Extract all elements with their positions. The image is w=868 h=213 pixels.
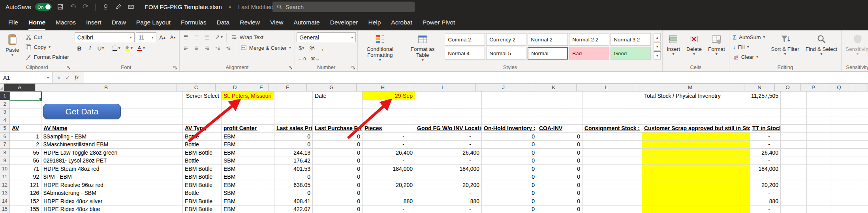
- cell-L2[interactable]: [582, 100, 642, 108]
- cell-O11[interactable]: [781, 173, 807, 181]
- row-header-7[interactable]: 7: [0, 141, 10, 149]
- cell-N1[interactable]: 11,257,505: [750, 92, 781, 100]
- format-painter-button[interactable]: Format Painter: [23, 52, 71, 62]
- insert-function-button[interactable]: fx: [75, 74, 79, 81]
- increase-font-size-button[interactable]: A▴: [158, 33, 167, 42]
- cell-K8[interactable]: 0: [537, 149, 582, 157]
- cell-C5[interactable]: AV Type: [183, 125, 222, 133]
- cell-I14[interactable]: 880: [415, 197, 482, 206]
- enter-icon[interactable]: ✓: [65, 75, 70, 81]
- cell-I10[interactable]: 184,000: [415, 165, 482, 173]
- cell-J2[interactable]: [482, 100, 537, 108]
- cut-button[interactable]: Cut: [23, 32, 71, 42]
- cell-H11[interactable]: -: [363, 173, 415, 181]
- cell-L9[interactable]: [582, 157, 642, 165]
- cell-J1[interactable]: [482, 92, 537, 100]
- cell-C9[interactable]: Bottle: [183, 157, 222, 165]
- cell-P5[interactable]: [807, 125, 832, 133]
- cell-E7[interactable]: [260, 141, 274, 149]
- align-middle-button[interactable]: [192, 32, 201, 42]
- cell-K7[interactable]: 0: [537, 141, 582, 149]
- cell-style-currency-2[interactable]: Currency 2: [486, 33, 526, 46]
- cell-F11[interactable]: 0: [274, 173, 313, 181]
- cell-L1[interactable]: [582, 92, 642, 100]
- cell-N13[interactable]: -: [750, 189, 781, 198]
- cell-B7[interactable]: $Maschinenstillstand EBM: [41, 141, 183, 149]
- fill-color-button[interactable]: ▾: [123, 43, 134, 53]
- cell-N3[interactable]: [750, 108, 781, 117]
- cell-M3[interactable]: [642, 108, 750, 117]
- cell-G11[interactable]: 0: [313, 173, 363, 181]
- gallery-more-button[interactable]: ▾: [654, 51, 661, 60]
- cell-A10[interactable]: 71: [10, 165, 41, 173]
- cell-J6[interactable]: 0: [482, 133, 537, 141]
- cell-H14[interactable]: 880: [363, 197, 415, 206]
- cell-O2[interactable]: [781, 100, 807, 108]
- cell-B15[interactable]: HDPE Ridex 48oz blue: [41, 206, 183, 213]
- tab-data[interactable]: Data: [211, 14, 235, 30]
- cell-O4[interactable]: [781, 116, 807, 125]
- cell-H8[interactable]: 26,400: [363, 149, 415, 157]
- font-color-button[interactable]: A ▾: [135, 43, 146, 53]
- cell-F15[interactable]: 422.07: [274, 206, 313, 213]
- italic-button[interactable]: I: [85, 43, 95, 53]
- borders-button[interactable]: ▾: [111, 43, 122, 53]
- column-header-L[interactable]: L: [577, 84, 636, 92]
- cell-G6[interactable]: 0: [313, 133, 363, 141]
- cell-L7[interactable]: [582, 141, 642, 149]
- dialog-launcher-icon[interactable]: [288, 65, 293, 70]
- cell-I13[interactable]: -: [415, 189, 482, 198]
- font-size-select[interactable]: 11▾: [136, 32, 156, 42]
- cell-G9[interactable]: 0: [313, 157, 363, 165]
- cell-D4[interactable]: [222, 116, 260, 125]
- cell-O5[interactable]: [781, 125, 807, 133]
- fill-button[interactable]: ↓Fill▾: [731, 42, 767, 52]
- pen-icon[interactable]: [114, 3, 122, 11]
- cell-N9[interactable]: -: [750, 157, 781, 165]
- cell-I12[interactable]: 20,200: [415, 181, 482, 189]
- cell-D13[interactable]: SBM: [222, 189, 260, 198]
- cell-Q9[interactable]: [832, 157, 858, 165]
- cell-D12[interactable]: EBM: [222, 181, 260, 189]
- cell-B10[interactable]: HDPE Steam 48oz red: [41, 165, 183, 173]
- cell-M11[interactable]: [642, 173, 750, 181]
- decrease-decimal-button[interactable]: .00→: [308, 54, 321, 64]
- cell-A1[interactable]: [10, 92, 41, 100]
- cell-E13[interactable]: [260, 189, 274, 198]
- cell-D11[interactable]: EBM: [222, 173, 260, 181]
- cell-P9[interactable]: [807, 157, 832, 165]
- column-header-C[interactable]: C: [177, 84, 216, 92]
- cell-style-normal-2-2[interactable]: Normal 2 2: [569, 33, 609, 46]
- tab-formulas[interactable]: Formulas: [176, 14, 212, 30]
- cell-A13[interactable]: 126: [10, 189, 41, 198]
- cell-O7[interactable]: [781, 141, 807, 149]
- tab-file[interactable]: File: [3, 14, 23, 30]
- tab-review[interactable]: Review: [235, 14, 265, 30]
- cell-C7[interactable]: Bottle: [183, 141, 222, 149]
- find-select-button[interactable]: Find & Select ▾: [803, 32, 840, 56]
- cell-C6[interactable]: Bottle: [183, 133, 222, 141]
- cell-M7[interactable]: [642, 141, 750, 149]
- cell-L10[interactable]: [582, 165, 642, 173]
- row-header-9[interactable]: 9: [0, 157, 10, 165]
- cell-P2[interactable]: [807, 100, 832, 108]
- row-header-6[interactable]: 6: [0, 133, 10, 141]
- tab-page-layout[interactable]: Page Layout: [131, 14, 176, 30]
- cell-F7[interactable]: 0: [274, 141, 313, 149]
- cell-M15[interactable]: [642, 206, 750, 213]
- redo-icon[interactable]: [81, 3, 90, 11]
- cell-O3[interactable]: [781, 108, 807, 117]
- column-header-I[interactable]: I: [409, 84, 476, 92]
- insert-cells-button[interactable]: Insert ▾: [664, 32, 682, 56]
- cell-K4[interactable]: [537, 116, 582, 125]
- cell-style-normal-5[interactable]: Normal 5: [486, 47, 526, 60]
- cell-G7[interactable]: 0: [313, 141, 363, 149]
- formula-input[interactable]: [84, 72, 868, 83]
- cell-J3[interactable]: [482, 108, 537, 117]
- column-header-A[interactable]: A: [4, 84, 36, 92]
- cell-A12[interactable]: 121: [10, 181, 41, 189]
- column-header-H[interactable]: H: [357, 84, 409, 92]
- cell-Q2[interactable]: [832, 100, 858, 108]
- cell-M6[interactable]: [642, 133, 750, 141]
- cell-A3[interactable]: [10, 108, 41, 117]
